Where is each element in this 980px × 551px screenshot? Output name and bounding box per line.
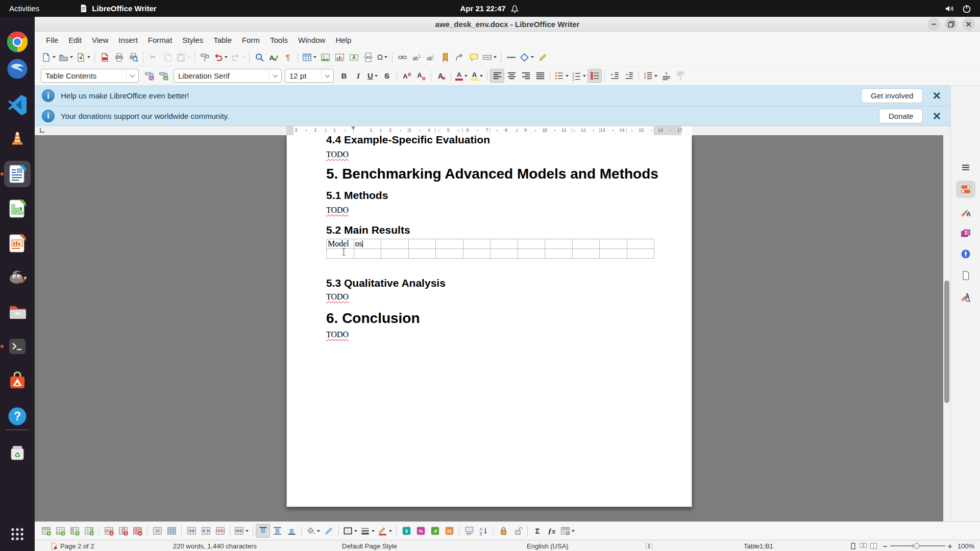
table-cell[interactable] (572, 249, 600, 259)
table-cell[interactable] (463, 249, 491, 259)
table-cell[interactable] (600, 249, 627, 259)
find-and-replace-button[interactable] (252, 51, 266, 64)
dock-item-chrome[interactable] (4, 29, 31, 55)
dropdown-caret[interactable] (246, 530, 249, 532)
word-count[interactable]: 220 words, 1,440 characters (173, 540, 257, 551)
table-background-color-button[interactable] (304, 524, 322, 538)
paragraph[interactable]: TODO (326, 206, 349, 215)
table-cell[interactable] (463, 239, 491, 249)
increase-indent-button[interactable] (607, 69, 622, 83)
clone-formatting-button[interactable] (198, 51, 212, 64)
dock-item-help[interactable]: ? (4, 403, 31, 430)
undo-button[interactable] (212, 51, 229, 64)
chevron-down-icon[interactable] (321, 69, 333, 82)
indent-marker[interactable] (351, 127, 355, 130)
spelling-button[interactable]: A (266, 51, 281, 64)
decrease-indent-button[interactable] (622, 69, 636, 83)
dropdown-caret[interactable] (53, 56, 56, 58)
font-size-combobox[interactable]: 12 pt (285, 69, 334, 83)
dropdown-caret[interactable] (480, 75, 483, 77)
paragraph-style-combobox[interactable]: Table Contents (41, 69, 139, 83)
italic-button[interactable]: I (351, 69, 365, 83)
dock-item-terminal[interactable] (4, 333, 31, 360)
split-table-button[interactable] (213, 524, 227, 538)
basic-shapes-button[interactable] (518, 51, 535, 64)
insert-chart-button[interactable] (332, 51, 347, 64)
update-style-button[interactable] (142, 69, 156, 83)
print-preview-button[interactable] (126, 51, 140, 64)
book-view-icon[interactable] (870, 542, 877, 550)
optimize-size-button[interactable] (233, 524, 250, 538)
table-cell[interactable] (491, 249, 518, 259)
clear-formatting-button[interactable]: A (434, 69, 448, 83)
align-bottom-button[interactable] (284, 524, 299, 538)
table-cell[interactable] (600, 239, 627, 249)
document-canvas[interactable]: 4.4 Example-Specific Evaluation TODO 5. … (35, 135, 950, 521)
borders-button[interactable] (341, 524, 359, 538)
zoom-level[interactable]: 100% (958, 540, 974, 551)
sidebar-tab-page-deck[interactable] (956, 267, 975, 284)
vertical-scrollbar[interactable] (943, 135, 950, 521)
dock-item-ubuntu-software[interactable] (4, 368, 31, 394)
table-cell[interactable] (545, 239, 573, 249)
delete-table-button[interactable] (130, 524, 144, 538)
paragraph[interactable]: TODO (326, 150, 349, 159)
line-spacing-button[interactable] (642, 69, 659, 83)
chevron-down-icon[interactable] (269, 69, 281, 82)
system-status-area[interactable] (944, 4, 980, 14)
sidebar-tab-styles[interactable]: A (956, 204, 975, 221)
close-button[interactable] (962, 18, 975, 31)
border-style-button[interactable] (359, 524, 376, 538)
insert-field-button[interactable] (481, 51, 498, 64)
formatting-marks-button[interactable]: ¶ (281, 51, 295, 64)
heading[interactable]: 5.2 Main Results (326, 224, 410, 236)
table-cell-reference[interactable]: Table1:B1 (744, 540, 773, 551)
unordered-list-button[interactable] (553, 69, 570, 83)
dropdown-caret[interactable] (87, 56, 90, 58)
dock-item-trash[interactable]: ♻ (4, 440, 31, 466)
table-cell[interactable] (545, 249, 573, 259)
insert-cross-reference-button[interactable] (452, 51, 467, 64)
sidebar-tab-properties[interactable] (956, 181, 975, 198)
zoom-slider[interactable]: − + (883, 540, 952, 551)
tab-stop-selector[interactable] (40, 128, 44, 133)
dock-item-app-grid[interactable] (4, 521, 31, 547)
dock-item-gimp[interactable] (4, 263, 31, 290)
sidebar-tab-navigator[interactable] (956, 245, 975, 263)
heading[interactable]: 4.4 Example-Specific Evaluation (326, 135, 490, 146)
sidebar-tab-sidebar-settings[interactable] (956, 159, 975, 176)
horizontal-line-button[interactable] (504, 51, 518, 64)
copy-button[interactable] (160, 51, 175, 64)
dropdown-caret[interactable] (531, 56, 534, 58)
dropdown-caret[interactable] (389, 530, 392, 532)
text-language[interactable]: English (USA) (527, 540, 569, 551)
table-cell[interactable] (627, 239, 654, 249)
heading[interactable]: 5. Benchmarking Advanced Models and Meth… (326, 166, 658, 182)
no-list-button[interactable] (587, 69, 602, 83)
dropdown-caret[interactable] (583, 75, 586, 77)
menu-window[interactable]: Window (293, 33, 330, 47)
get-involved-button[interactable]: Get involved (861, 88, 923, 103)
insert-footnote-button[interactable]: ab1 (409, 51, 424, 64)
insert-image-button[interactable] (318, 51, 332, 64)
dock-item-libreoffice-calc[interactable] (4, 195, 31, 222)
menu-tools[interactable]: Tools (265, 33, 293, 47)
underline-button[interactable]: U (365, 69, 380, 83)
show-draw-functions-button[interactable] (535, 51, 550, 64)
font-name-combobox[interactable]: Liberation Serif (174, 69, 282, 83)
dropdown-caret[interactable] (572, 530, 575, 532)
align-top-button[interactable] (256, 524, 270, 538)
unprotect-cells-button[interactable] (510, 524, 525, 538)
select-cell-button[interactable] (150, 524, 164, 538)
insert-endnote-button[interactable]: abi (424, 51, 438, 64)
dropdown-caret[interactable] (375, 75, 378, 77)
save-status[interactable]: Page 2 of 2 (50, 540, 94, 551)
dock-item-thunderbird[interactable] (4, 56, 31, 82)
dropdown-caret[interactable] (317, 530, 320, 532)
increase-paragraph-spacing-button[interactable] (659, 69, 673, 83)
ordered-list-button[interactable]: 123 (570, 69, 587, 83)
dropdown-caret[interactable] (654, 75, 657, 77)
menu-edit[interactable]: Edit (63, 33, 87, 47)
align-center-button[interactable] (504, 69, 519, 83)
font-color-button[interactable]: A (454, 69, 469, 83)
